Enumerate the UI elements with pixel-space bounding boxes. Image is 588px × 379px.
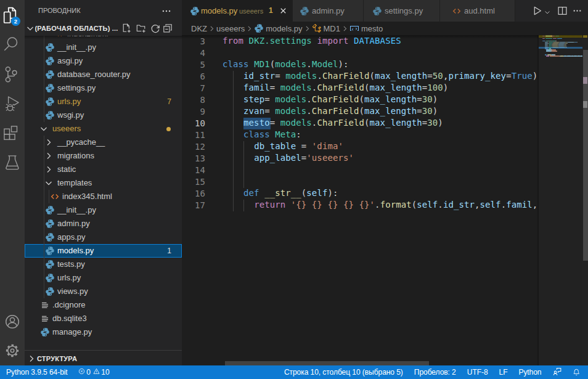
activitybar-settings[interactable] bbox=[0, 337, 25, 364]
breadcrumb-models.py[interactable]: models.py bbox=[254, 23, 302, 33]
status-problems[interactable]: 0 10 bbox=[73, 365, 115, 379]
refresh-icon[interactable] bbox=[150, 23, 160, 33]
tree-file-index2.html[interactable]: index2.html bbox=[25, 36, 182, 41]
activitybar-accounts[interactable] bbox=[0, 308, 25, 335]
tree-file-database_roouter.py[interactable]: database_roouter.py bbox=[25, 68, 182, 81]
outline-section-header[interactable]: СТРУКТУРА bbox=[25, 350, 182, 365]
tab-settings.py[interactable]: settings.py bbox=[364, 0, 440, 22]
python-file-icon bbox=[45, 83, 55, 93]
tree-file-__init__.py[interactable]: __init__.py bbox=[25, 203, 182, 217]
tree-indent-guide bbox=[44, 136, 44, 298]
tab-aud.html[interactable]: aud.html bbox=[440, 0, 515, 22]
tree-indent-guide bbox=[49, 190, 49, 203]
line-number: 17 bbox=[182, 200, 205, 211]
tree-item-label: settings.py bbox=[57, 83, 96, 93]
status-cursor-position[interactable]: Строка 10, столбец 10 (выбрано 5) bbox=[279, 365, 409, 379]
tree-file-models.py[interactable]: models.py1 bbox=[25, 244, 182, 258]
explorer-more-actions-icon[interactable] bbox=[161, 6, 172, 17]
status-encoding[interactable]: UTF-8 bbox=[462, 365, 494, 379]
tree-item-label: manage.py bbox=[52, 327, 92, 337]
tree-file-views.py[interactable]: views.py bbox=[25, 285, 182, 298]
tree-file-settings.py[interactable]: settings.py bbox=[25, 81, 182, 95]
new-folder-icon[interactable] bbox=[136, 23, 146, 33]
workspace-section-header[interactable]: (РАБОЧАЯ ОБЛАСТЬ) ... bbox=[25, 22, 182, 36]
vertical-scrollbar[interactable] bbox=[583, 50, 588, 261]
activitybar-source-control[interactable] bbox=[0, 60, 25, 88]
activitybar-extensions[interactable] bbox=[0, 120, 25, 147]
code-line-6: id_str= models.CharField(max_length=50,p… bbox=[223, 70, 537, 82]
run-button[interactable] bbox=[532, 6, 542, 16]
indent-guide bbox=[243, 200, 244, 211]
new-file-icon[interactable] bbox=[121, 23, 131, 33]
tree-file-manage.py[interactable]: manage.py bbox=[25, 325, 182, 339]
tree-file-urls.py[interactable]: urls.py bbox=[25, 271, 182, 285]
code-line-9: zvan= models.CharField(max_length=30) bbox=[223, 105, 438, 117]
python-file-icon bbox=[45, 56, 55, 66]
chevron-right-icon bbox=[44, 165, 54, 174]
line-number: 7 bbox=[182, 83, 205, 94]
activitybar-testing[interactable] bbox=[0, 149, 25, 176]
tree-file-wsgi.py[interactable]: wsgi.py bbox=[25, 108, 182, 122]
code-line-17: return '{} {} {} {} {}'.format(self.id_s… bbox=[223, 199, 539, 211]
breadcrumb-MD1[interactable]: MD1 bbox=[312, 23, 340, 33]
activitybar-explorer[interactable]: 2 bbox=[0, 1, 25, 28]
tab-admin.py[interactable]: admin.py bbox=[293, 0, 364, 22]
split-editor-button[interactable] bbox=[557, 6, 568, 16]
tree-item-label: asgi.py bbox=[57, 56, 83, 66]
tree-item-label: static bbox=[57, 165, 76, 174]
status-eol[interactable]: LF bbox=[494, 365, 513, 379]
breadcrumb-label: useeers bbox=[216, 24, 245, 33]
tree-file-db.sqlite3[interactable]: db.sqlite3 bbox=[25, 312, 182, 325]
tree-item-label: __init__.py bbox=[57, 205, 96, 215]
breadcrumb-label: models.py bbox=[266, 24, 302, 33]
tree-file-urls.py[interactable]: urls.py7 bbox=[25, 95, 182, 108]
tree-folder-templates[interactable]: templates bbox=[25, 176, 182, 190]
close-icon[interactable] bbox=[279, 6, 288, 15]
activitybar-run-debug[interactable] bbox=[0, 90, 25, 117]
code-line-7: famil= models.CharField(max_length=100) bbox=[223, 82, 448, 94]
breadcrumb-DKZ[interactable]: DKZ bbox=[191, 24, 207, 33]
breadcrumb-label: MD1 bbox=[324, 24, 340, 33]
indent-guide bbox=[233, 71, 234, 211]
python-file-icon bbox=[45, 110, 55, 120]
run-dropdown-button[interactable] bbox=[544, 7, 551, 18]
status-indentation[interactable]: Пробелов: 2 bbox=[409, 365, 462, 379]
list-file-icon bbox=[40, 314, 50, 324]
tree-file-.dcignore[interactable]: .dcignore bbox=[25, 298, 182, 312]
code-line-3: from DKZ.settings import DATABASES bbox=[223, 35, 401, 47]
tree-item-label: __pycache__ bbox=[57, 137, 105, 147]
status-language[interactable]: Python bbox=[513, 365, 547, 379]
breadcrumbs: DKZuseeers models.pyMD1mesto bbox=[182, 22, 588, 35]
tree-item-label: admin.py bbox=[57, 219, 90, 229]
status-python-interpreter[interactable]: Python 3.9.5 64-bit bbox=[0, 365, 73, 379]
status-feedback[interactable] bbox=[547, 365, 567, 379]
tree-folder-migrations[interactable]: migrations bbox=[25, 149, 182, 163]
breadcrumb-mesto[interactable]: mesto bbox=[349, 23, 383, 33]
tree-item-label: migrations bbox=[57, 151, 94, 161]
tree-folder-static[interactable]: static bbox=[25, 163, 182, 176]
python-file-icon bbox=[372, 6, 382, 16]
status-notifications[interactable] bbox=[567, 365, 588, 379]
tree-file-__init__.py[interactable]: __init__.py bbox=[25, 41, 182, 54]
python-file-icon bbox=[45, 246, 55, 256]
tree-file-tests.py[interactable]: tests.py bbox=[25, 258, 182, 271]
python-file-icon bbox=[45, 205, 55, 215]
tab-models.py[interactable]: models.pyuseeers1 bbox=[182, 0, 293, 22]
tree-file-asgi.py[interactable]: asgi.py bbox=[25, 54, 182, 68]
sidebar-title: ПРОВОДНИК bbox=[38, 7, 81, 14]
breadcrumb-useeers[interactable]: useeers bbox=[216, 24, 245, 33]
activitybar-search[interactable] bbox=[0, 31, 25, 58]
tree-file-apps.py[interactable]: apps.py bbox=[25, 230, 182, 244]
feedback-icon bbox=[553, 367, 561, 378]
minimap[interactable] bbox=[537, 35, 582, 365]
explorer-badge: 2 bbox=[11, 17, 20, 26]
more-actions-button[interactable] bbox=[572, 6, 582, 16]
tree-item-label: apps.py bbox=[57, 232, 86, 242]
tree-folder-__pycache__[interactable]: __pycache__ bbox=[25, 136, 182, 149]
line-number: 3 bbox=[182, 36, 205, 47]
horizontal-scrollbar[interactable] bbox=[225, 361, 429, 365]
tree-file-admin.py[interactable]: admin.py bbox=[25, 217, 182, 230]
code-editor[interactable]: from DKZ.settings import DATABASESclass … bbox=[182, 35, 588, 365]
collapse-all-icon[interactable] bbox=[163, 23, 173, 33]
tree-folder-useeers[interactable]: useeers bbox=[25, 122, 182, 136]
